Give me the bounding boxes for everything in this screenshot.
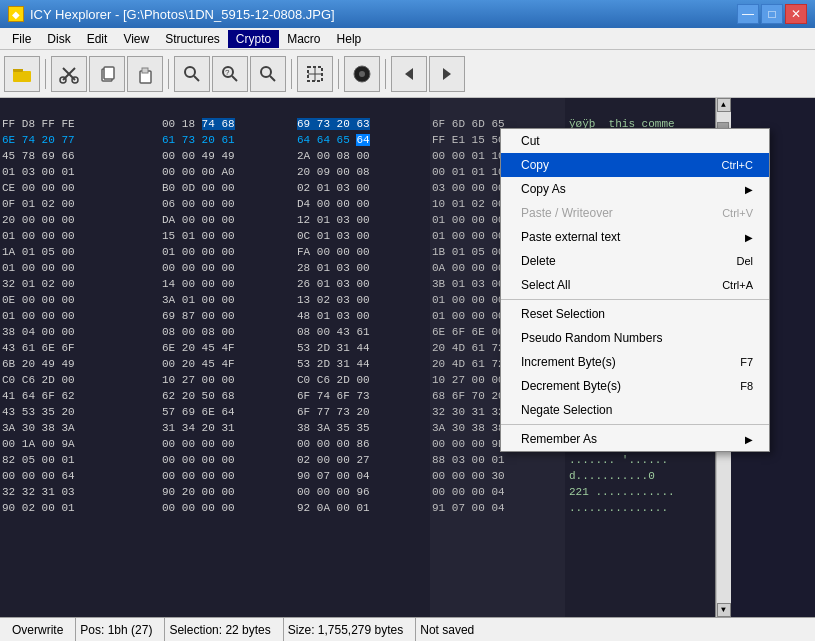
toolbar-separator-1 xyxy=(45,59,46,89)
toolbar: ? xyxy=(0,50,815,98)
search-button[interactable] xyxy=(174,56,210,92)
status-bar: Overwrite Pos: 1bh (27) Selection: 22 by… xyxy=(0,617,815,641)
scroll-down-button[interactable]: ▼ xyxy=(717,603,731,617)
menu-crypto[interactable]: Crypto xyxy=(228,30,279,48)
menu-help[interactable]: Help xyxy=(329,30,370,48)
toolbar-separator-3 xyxy=(291,59,292,89)
ctx-pseudo-random[interactable]: Pseudo Random Numbers xyxy=(501,326,769,350)
window-title: ICY Hexplorer - [G:\Photos\1DN_5915-12-0… xyxy=(30,7,335,22)
back-button[interactable] xyxy=(391,56,427,92)
menu-macro[interactable]: Macro xyxy=(279,30,328,48)
svg-rect-2 xyxy=(13,69,23,72)
svg-marker-23 xyxy=(405,68,413,80)
cut-toolbar-button[interactable] xyxy=(51,56,87,92)
app-icon: ◆ xyxy=(8,6,24,22)
ctx-delete[interactable]: Delete Del xyxy=(501,249,769,273)
select-button[interactable] xyxy=(297,56,333,92)
scroll-up-button[interactable]: ▲ xyxy=(717,98,731,112)
status-selection: Selection: 22 bytes xyxy=(165,618,283,641)
status-mode: Overwrite xyxy=(8,618,76,641)
title-controls: — □ ✕ xyxy=(737,4,807,24)
ctx-separator-2 xyxy=(501,424,769,425)
svg-point-22 xyxy=(359,71,365,77)
status-size: Size: 1,755,279 bytes xyxy=(284,618,416,641)
svg-rect-10 xyxy=(142,68,148,73)
svg-text:?: ? xyxy=(225,68,230,77)
paste-toolbar-button[interactable] xyxy=(127,56,163,92)
open-button[interactable] xyxy=(4,56,40,92)
minimize-button[interactable]: — xyxy=(737,4,759,24)
status-position: Pos: 1bh (27) xyxy=(76,618,165,641)
menu-bar: File Disk Edit View Structures Crypto Ma… xyxy=(0,28,815,50)
svg-point-11 xyxy=(185,67,195,77)
ctx-reset-selection[interactable]: Reset Selection xyxy=(501,302,769,326)
copy-toolbar-button[interactable] xyxy=(89,56,125,92)
find3-button[interactable] xyxy=(250,56,286,92)
hex-panel-col1: 00 18 74 68 61 73 20 61 00 00 49 49 00 0… xyxy=(160,98,295,617)
svg-line-14 xyxy=(232,76,237,81)
ctx-paste-writeover: Paste / Writeover Ctrl+V xyxy=(501,201,769,225)
ctx-copy-as[interactable]: Copy As ▶ xyxy=(501,177,769,201)
svg-point-16 xyxy=(261,67,271,77)
main-area: FF D8 FF FE 6E 74 20 77 45 78 69 66 01 0… xyxy=(0,98,815,617)
title-bar-left: ◆ ICY Hexplorer - [G:\Photos\1DN_5915-12… xyxy=(8,6,335,22)
title-bar: ◆ ICY Hexplorer - [G:\Photos\1DN_5915-12… xyxy=(0,0,815,28)
forward-button[interactable] xyxy=(429,56,465,92)
menu-structures[interactable]: Structures xyxy=(157,30,228,48)
toolbar-separator-4 xyxy=(338,59,339,89)
svg-rect-1 xyxy=(13,71,31,82)
ctx-copy[interactable]: Copy Ctrl+C xyxy=(501,153,769,177)
svg-rect-8 xyxy=(104,67,114,79)
menu-file[interactable]: File xyxy=(4,30,39,48)
hex-panel-col2: 69 73 20 63 64 64 65 64 2A 00 08 00 20 0… xyxy=(295,98,430,617)
disk-button[interactable] xyxy=(344,56,380,92)
context-menu: Cut Copy Ctrl+C Copy As ▶ Paste / Writeo… xyxy=(500,128,770,452)
menu-view[interactable]: View xyxy=(115,30,157,48)
ctx-separator-1 xyxy=(501,299,769,300)
ctx-cut[interactable]: Cut xyxy=(501,129,769,153)
ctx-decrement[interactable]: Decrement Byte(s) F8 xyxy=(501,374,769,398)
maximize-button[interactable]: □ xyxy=(761,4,783,24)
ctx-paste-external[interactable]: Paste external text ▶ xyxy=(501,225,769,249)
svg-line-17 xyxy=(270,76,275,81)
status-saved: Not saved xyxy=(416,618,486,641)
ctx-select-all[interactable]: Select All Ctrl+A xyxy=(501,273,769,297)
menu-edit[interactable]: Edit xyxy=(79,30,116,48)
svg-line-12 xyxy=(194,76,199,81)
ctx-negate[interactable]: Negate Selection xyxy=(501,398,769,422)
close-button[interactable]: ✕ xyxy=(785,4,807,24)
ctx-remember-as[interactable]: Remember As ▶ xyxy=(501,427,769,451)
toolbar-separator-2 xyxy=(168,59,169,89)
menu-disk[interactable]: Disk xyxy=(39,30,78,48)
svg-marker-24 xyxy=(443,68,451,80)
find2-button[interactable]: ? xyxy=(212,56,248,92)
hex-panel-left: FF D8 FF FE 6E 74 20 77 45 78 69 66 01 0… xyxy=(0,98,160,617)
toolbar-separator-5 xyxy=(385,59,386,89)
ctx-increment[interactable]: Increment Byte(s) F7 xyxy=(501,350,769,374)
